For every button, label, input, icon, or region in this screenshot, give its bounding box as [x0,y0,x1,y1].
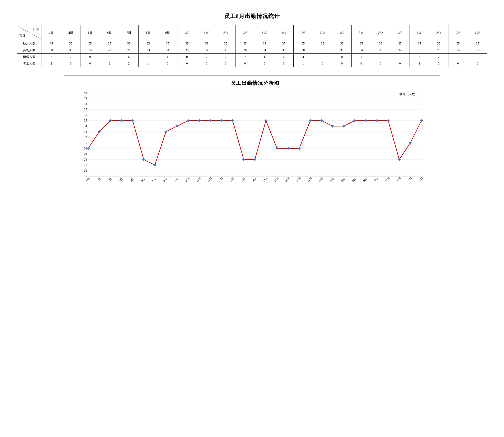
chart-title: 员工出勤情况分析图 [77,80,433,86]
svg-rect-41 [153,164,156,167]
svg-text:14日: 14日 [229,177,235,183]
svg-text:25: 25 [84,175,87,178]
svg-text:29: 29 [84,152,87,156]
svg-rect-53 [287,147,290,150]
svg-text:15日: 15日 [240,177,246,183]
svg-text:11日: 11日 [195,177,202,183]
svg-text:2日: 2日 [96,177,101,182]
page-title: 员工8月出勤情况统计 [17,12,487,20]
svg-rect-58 [342,125,345,128]
svg-text:25日: 25日 [351,177,357,183]
svg-text:10日: 10日 [185,177,191,183]
svg-rect-38 [120,119,123,122]
svg-rect-52 [276,147,278,150]
chart-svg-wrap: 252627282930313233343536373839401日2日3日4日… [77,89,433,189]
svg-rect-50 [253,158,256,161]
chart-svg: 252627282930313233343536373839401日2日3日4日… [77,89,428,189]
svg-text:18日: 18日 [273,177,279,183]
svg-rect-44 [187,119,190,122]
svg-rect-62 [387,119,390,122]
svg-text:4日: 4日 [118,177,123,182]
svg-rect-40 [142,158,145,161]
svg-rect-43 [175,125,178,128]
svg-rect-45 [198,119,201,122]
svg-text:28: 28 [84,158,87,161]
svg-text:34: 34 [84,125,87,128]
svg-text:17日: 17日 [262,177,268,183]
svg-rect-51 [265,119,267,122]
svg-text:33: 33 [84,130,87,133]
svg-text:6日: 6日 [140,177,145,182]
svg-text:3日: 3日 [107,177,112,182]
svg-rect-47 [220,119,223,122]
svg-text:32: 32 [84,136,87,139]
svg-text:28日: 28日 [384,177,391,183]
svg-text:39: 39 [84,97,87,100]
svg-text:37: 37 [84,108,87,111]
svg-text:36: 36 [84,114,87,117]
svg-rect-65 [420,119,423,122]
svg-text:5日: 5日 [129,177,134,182]
chart-container: 员工出勤情况分析图 单位：人数 252627282930313233343536… [64,75,440,194]
svg-text:16日: 16日 [251,177,257,183]
svg-text:19日: 19日 [284,177,290,183]
svg-text:30: 30 [84,147,87,150]
svg-rect-42 [165,130,167,133]
svg-rect-57 [331,125,334,128]
svg-text:20日: 20日 [296,177,301,183]
svg-rect-60 [364,119,367,122]
svg-rect-55 [309,119,312,122]
svg-text:31: 31 [84,141,87,144]
svg-text:30日: 30日 [407,177,413,183]
svg-rect-49 [242,158,245,161]
svg-text:8日: 8日 [163,177,168,182]
svg-text:26日: 26日 [362,177,368,183]
svg-text:23日: 23日 [329,177,335,183]
svg-text:26: 26 [84,169,87,172]
svg-text:22日: 22日 [318,177,324,183]
svg-rect-59 [353,119,356,122]
svg-text:13日: 13日 [218,177,224,183]
svg-text:35: 35 [84,119,87,122]
svg-text:29日: 29日 [396,177,401,183]
svg-text:1日: 1日 [85,177,90,182]
svg-text:24日: 24日 [340,177,346,183]
svg-text:40: 40 [84,91,87,94]
svg-rect-61 [375,119,378,122]
svg-text:31日: 31日 [418,177,424,183]
svg-rect-56 [320,119,323,122]
svg-text:21日: 21日 [307,177,313,183]
svg-text:27: 27 [84,164,87,167]
attendance-table: 日期 项目 1日2日3日6日7日8日9日####################… [17,25,487,67]
svg-text:38: 38 [84,102,87,105]
svg-rect-54 [298,147,301,150]
svg-text:9日: 9日 [174,177,179,182]
svg-text:12日: 12日 [207,177,213,183]
svg-text:27日: 27日 [373,177,380,183]
svg-rect-48 [231,119,234,122]
svg-rect-46 [209,119,212,122]
svg-rect-39 [131,119,134,122]
svg-text:7日: 7日 [152,177,157,182]
